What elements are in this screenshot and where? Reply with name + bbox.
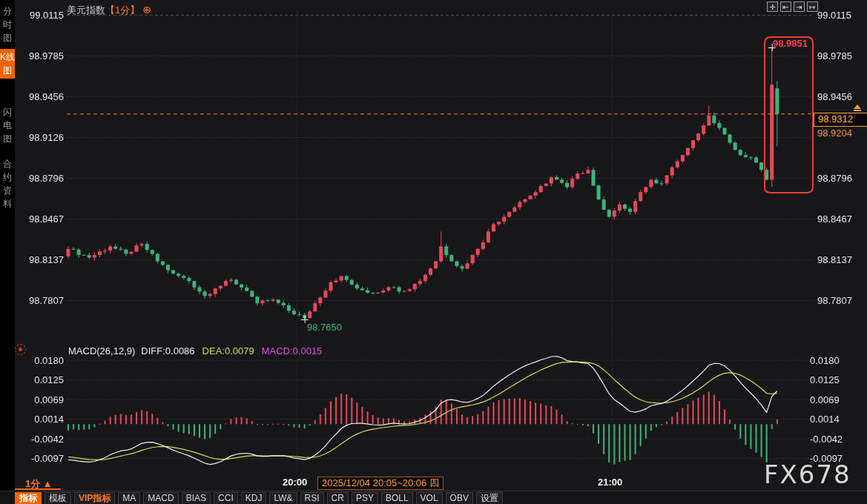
- trading-app-window: 分时图 K线图 闪电图 合约资料 美元指数【1分】⊕ ✛ ⇤ ⇥ ↦ 99.01…: [0, 0, 867, 504]
- crosshair-icon[interactable]: ✛: [767, 1, 778, 12]
- macd-tick-right: 0.0069: [810, 394, 854, 405]
- prev-close-label: 98.9204: [817, 127, 852, 139]
- add-indicator-icon[interactable]: ⊕: [142, 4, 151, 16]
- macd-tick-left: 0.0180: [19, 355, 64, 366]
- candle-time-tooltip: 2025/12/04 20:05~20:06 四: [317, 477, 444, 490]
- tab-bias[interactable]: BIAS: [182, 492, 211, 504]
- tab-lw[interactable]: LW&: [269, 492, 297, 504]
- price-tick-right: 98.8467: [817, 213, 862, 225]
- low-price-marker: 98.7650: [307, 322, 342, 333]
- fx678-watermark: FX678: [764, 460, 851, 489]
- tab-cci[interactable]: CCI: [214, 492, 238, 504]
- price-tick-right: 98.9456: [817, 91, 862, 102]
- tab-ma[interactable]: MA: [118, 492, 140, 504]
- macd-tick-right: 0.0014: [810, 414, 854, 425]
- tab-template[interactable]: 模板: [44, 492, 71, 504]
- macd-macd-value: MACD:0.0015: [262, 345, 323, 357]
- price-tick-left: 98.8467: [19, 213, 64, 225]
- macd-dea-value: DEA:0.0079: [202, 345, 254, 357]
- price-tick-right: 98.8137: [817, 254, 862, 265]
- tab-boll[interactable]: BOLL: [381, 492, 413, 504]
- price-tick-right: 98.7807: [817, 295, 862, 306]
- pan-right-icon[interactable]: ↦: [807, 1, 818, 12]
- macd-tick-left: 0.0014: [19, 414, 64, 425]
- sidebar-tab-lightning-chart[interactable]: 闪电图: [0, 104, 15, 147]
- interval-label: 1分: [25, 478, 40, 489]
- price-tick-left: 98.8137: [19, 254, 64, 265]
- sidebar-tab-time-chart[interactable]: 分时图: [0, 3, 15, 46]
- time-tick-2100: 21:00: [598, 477, 622, 488]
- tab-cr[interactable]: CR: [327, 492, 349, 504]
- price-tick-left: 98.9456: [19, 91, 64, 102]
- macd-tick-left: 0.0069: [19, 394, 64, 405]
- price-tick-left: 98.8796: [19, 173, 64, 184]
- price-tick-left: 98.9126: [19, 132, 64, 143]
- price-tick-right: 98.9785: [817, 50, 862, 62]
- macd-header: MACD(26,12,9)DIFF:0.0086DEA:0.0079MACD:0…: [68, 345, 322, 357]
- tab-vol[interactable]: VOL: [416, 492, 443, 504]
- tab-kdj[interactable]: KDJ: [241, 492, 267, 504]
- macd-tick-left: -0.0097: [19, 453, 64, 464]
- price-tick-right: 98.8796: [817, 173, 862, 184]
- chart-type-sidebar: 分时图 K线图 闪电图 合约资料: [0, 0, 15, 504]
- macd-tick-left: 0.0125: [19, 374, 64, 385]
- tab-indicator[interactable]: 指标: [15, 492, 42, 504]
- macd-tick-right: 0.0125: [810, 374, 854, 385]
- high-price-marker: 98.9851: [773, 38, 808, 49]
- price-tick-right: 99.0115: [817, 10, 862, 21]
- tab-settings[interactable]: 设置: [476, 492, 503, 504]
- last-price-badge: 98.9312: [814, 113, 867, 127]
- macd-diff-value: DIFF:0.0086: [141, 345, 194, 357]
- macd-params: MACD(26,12,9): [68, 345, 135, 357]
- macd-tick-right: 0.0180: [810, 355, 854, 366]
- chart-tools: ✛ ⇤ ⇥ ↦: [767, 1, 818, 12]
- tab-vip-indicator[interactable]: VIP指标: [74, 492, 115, 504]
- scroll-to-end-icon[interactable]: ⇥: [794, 1, 805, 12]
- tab-macd[interactable]: MACD: [143, 492, 178, 504]
- interval-active-underline: [15, 488, 61, 490]
- macd-tick-left: -0.0042: [19, 434, 64, 445]
- tab-psy[interactable]: PSY: [352, 492, 378, 504]
- live-indicator-icon: [15, 344, 26, 355]
- price-tick-left: 98.7807: [19, 295, 64, 306]
- price-macd-chart-canvas[interactable]: [0, 0, 867, 504]
- tab-rsi[interactable]: RSI: [300, 492, 324, 504]
- indicator-toolbar: 指标 模板 VIP指标 MA MACD BIAS CCI KDJ LW& RSI…: [0, 491, 867, 504]
- chevron-up-icon: ▲: [43, 478, 53, 489]
- tab-obv[interactable]: OBV: [446, 492, 473, 504]
- chart-title: 美元指数【1分】⊕: [67, 4, 151, 17]
- price-up-arrow-icon: [853, 105, 862, 112]
- price-tick-left: 98.9785: [19, 50, 64, 62]
- symbol-name: 美元指数: [67, 4, 105, 16]
- time-tick-2000: 20:00: [283, 477, 307, 488]
- scroll-to-start-icon[interactable]: ⇤: [780, 1, 791, 12]
- macd-tick-right: -0.0042: [810, 434, 854, 445]
- price-tick-left: 99.0115: [19, 10, 64, 21]
- interval-tag: 【1分】: [105, 4, 139, 16]
- sidebar-tab-contract-info[interactable]: 合约资料: [0, 156, 15, 212]
- sidebar-tab-kline-chart[interactable]: K线图: [0, 49, 15, 79]
